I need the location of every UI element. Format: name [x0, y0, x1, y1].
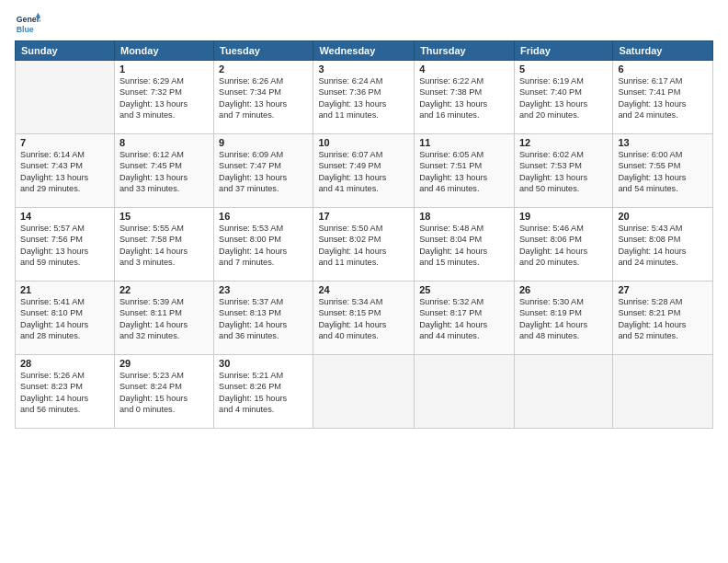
day-info: Sunrise: 5:46 AMSunset: 8:06 PMDaylight:…: [519, 223, 608, 269]
day-info: Sunrise: 6:24 AMSunset: 7:36 PMDaylight:…: [318, 75, 409, 121]
info-line: Sunset: 8:00 PM: [219, 235, 281, 244]
info-line: Daylight: 13 hours: [20, 173, 88, 182]
info-line: Sunrise: 6:17 AM: [618, 76, 682, 86]
info-line: and 20 minutes.: [519, 110, 579, 120]
day-info: Sunrise: 5:23 AMSunset: 8:24 PMDaylight:…: [119, 370, 209, 416]
day-info: Sunrise: 5:37 AMSunset: 8:13 PMDaylight:…: [219, 296, 308, 342]
weekday-header-tuesday: Tuesday: [214, 41, 313, 61]
weekday-header-thursday: Thursday: [415, 41, 515, 61]
day-cell: 16Sunrise: 5:53 AMSunset: 8:00 PMDayligh…: [214, 208, 313, 282]
day-cell: 18Sunrise: 5:48 AMSunset: 8:04 PMDayligh…: [415, 208, 515, 282]
info-line: Daylight: 14 hours: [20, 394, 88, 403]
week-row-5: 28Sunrise: 5:26 AMSunset: 8:23 PMDayligh…: [16, 355, 713, 429]
info-line: Daylight: 14 hours: [618, 320, 686, 329]
day-info: Sunrise: 6:02 AMSunset: 7:53 PMDaylight:…: [519, 149, 608, 195]
info-line: and 46 minutes.: [419, 184, 479, 193]
info-line: and 44 minutes.: [419, 331, 479, 340]
day-cell: 1Sunrise: 6:29 AMSunset: 7:32 PMDaylight…: [114, 61, 213, 134]
day-cell: [313, 355, 415, 429]
day-info: Sunrise: 5:50 AMSunset: 8:02 PMDaylight:…: [318, 223, 409, 269]
info-line: Daylight: 14 hours: [219, 320, 287, 329]
info-line: Daylight: 14 hours: [318, 247, 386, 256]
day-info: Sunrise: 6:29 AMSunset: 7:32 PMDaylight:…: [119, 75, 209, 121]
svg-text:Blue: Blue: [17, 25, 34, 34]
info-line: Sunrise: 5:43 AM: [618, 224, 682, 233]
day-cell: 27Sunrise: 5:28 AMSunset: 8:21 PMDayligh…: [613, 282, 713, 355]
info-line: Sunset: 7:45 PM: [119, 161, 182, 170]
info-line: Sunrise: 5:23 AM: [119, 371, 184, 380]
info-line: and 28 minutes.: [20, 331, 80, 340]
info-line: Daylight: 14 hours: [618, 247, 686, 256]
info-line: Daylight: 15 hours: [119, 394, 188, 403]
info-line: and 50 minutes.: [519, 184, 579, 193]
info-line: and 29 minutes.: [20, 184, 80, 193]
info-line: and 20 minutes.: [519, 258, 579, 267]
day-info: Sunrise: 5:26 AMSunset: 8:23 PMDaylight:…: [20, 370, 109, 416]
info-line: Sunrise: 6:00 AM: [618, 150, 682, 159]
day-cell: 5Sunrise: 6:19 AMSunset: 7:40 PMDaylight…: [514, 61, 612, 134]
weekday-header-friday: Friday: [514, 41, 612, 61]
info-line: Sunset: 7:41 PM: [618, 87, 680, 97]
day-cell: 2Sunrise: 6:26 AMSunset: 7:34 PMDaylight…: [214, 61, 313, 134]
calendar-table: SundayMondayTuesdayWednesdayThursdayFrid…: [15, 40, 713, 429]
weekday-header-monday: Monday: [114, 41, 213, 61]
info-line: Sunset: 7:34 PM: [219, 87, 281, 97]
day-number: 11: [419, 137, 509, 148]
info-line: Sunset: 8:10 PM: [20, 308, 83, 317]
day-number: 27: [618, 284, 708, 295]
info-line: Daylight: 13 hours: [119, 99, 188, 109]
info-line: Sunset: 7:38 PM: [419, 87, 482, 97]
info-line: and 0 minutes.: [119, 405, 175, 414]
logo-icon: General Blue: [15, 11, 40, 37]
day-info: Sunrise: 6:17 AMSunset: 7:41 PMDaylight:…: [618, 75, 708, 121]
day-number: 20: [618, 211, 708, 222]
day-cell: 26Sunrise: 5:30 AMSunset: 8:19 PMDayligh…: [514, 282, 612, 355]
day-cell: [613, 355, 713, 429]
day-info: Sunrise: 5:21 AMSunset: 8:26 PMDaylight:…: [219, 370, 308, 416]
day-info: Sunrise: 6:22 AMSunset: 7:38 PMDaylight:…: [419, 75, 509, 121]
week-row-2: 7Sunrise: 6:14 AMSunset: 7:43 PMDaylight…: [16, 134, 713, 208]
info-line: Sunset: 7:55 PM: [618, 161, 680, 170]
day-cell: 3Sunrise: 6:24 AMSunset: 7:36 PMDaylight…: [313, 61, 415, 134]
logo: General Blue: [15, 11, 44, 37]
info-line: and 3 minutes.: [119, 258, 175, 267]
info-line: and 33 minutes.: [119, 184, 179, 193]
info-line: and 3 minutes.: [119, 110, 175, 120]
info-line: Sunrise: 5:21 AM: [219, 371, 283, 380]
day-info: Sunrise: 5:57 AMSunset: 7:56 PMDaylight:…: [20, 223, 109, 269]
info-line: and 41 minutes.: [318, 184, 378, 193]
info-line: Sunset: 8:19 PM: [519, 308, 582, 317]
day-cell: 8Sunrise: 6:12 AMSunset: 7:45 PMDaylight…: [114, 134, 213, 208]
day-cell: 21Sunrise: 5:41 AMSunset: 8:10 PMDayligh…: [16, 282, 115, 355]
day-number: 14: [20, 211, 109, 222]
day-number: 23: [219, 284, 308, 295]
info-line: Sunrise: 5:34 AM: [318, 297, 382, 306]
info-line: and 11 minutes.: [318, 110, 378, 120]
info-line: Sunset: 7:47 PM: [219, 161, 281, 170]
info-line: Sunset: 7:36 PM: [318, 87, 381, 97]
info-line: Sunrise: 5:41 AM: [20, 297, 85, 306]
day-number: 25: [419, 284, 509, 295]
info-line: Daylight: 13 hours: [219, 99, 287, 109]
day-info: Sunrise: 6:09 AMSunset: 7:47 PMDaylight:…: [219, 149, 308, 195]
info-line: Daylight: 14 hours: [119, 247, 188, 256]
info-line: and 7 minutes.: [219, 110, 274, 120]
info-line: Sunset: 8:24 PM: [119, 382, 182, 391]
day-cell: 24Sunrise: 5:34 AMSunset: 8:15 PMDayligh…: [313, 282, 415, 355]
info-line: and 15 minutes.: [419, 258, 479, 267]
info-line: Daylight: 14 hours: [318, 320, 386, 329]
day-cell: [415, 355, 515, 429]
info-line: and 24 minutes.: [618, 110, 677, 120]
info-line: and 32 minutes.: [119, 331, 179, 340]
info-line: Sunrise: 6:09 AM: [219, 150, 283, 159]
day-number: 28: [20, 358, 109, 369]
day-info: Sunrise: 6:07 AMSunset: 7:49 PMDaylight:…: [318, 149, 409, 195]
day-number: 3: [318, 63, 409, 75]
info-line: and 37 minutes.: [219, 184, 279, 193]
info-line: Sunrise: 6:14 AM: [20, 150, 85, 159]
info-line: Sunrise: 5:55 AM: [119, 224, 184, 233]
info-line: Sunrise: 5:28 AM: [618, 297, 682, 306]
info-line: Sunset: 8:23 PM: [20, 382, 83, 391]
day-info: Sunrise: 5:32 AMSunset: 8:17 PMDaylight:…: [419, 296, 509, 342]
info-line: Daylight: 14 hours: [419, 320, 487, 329]
